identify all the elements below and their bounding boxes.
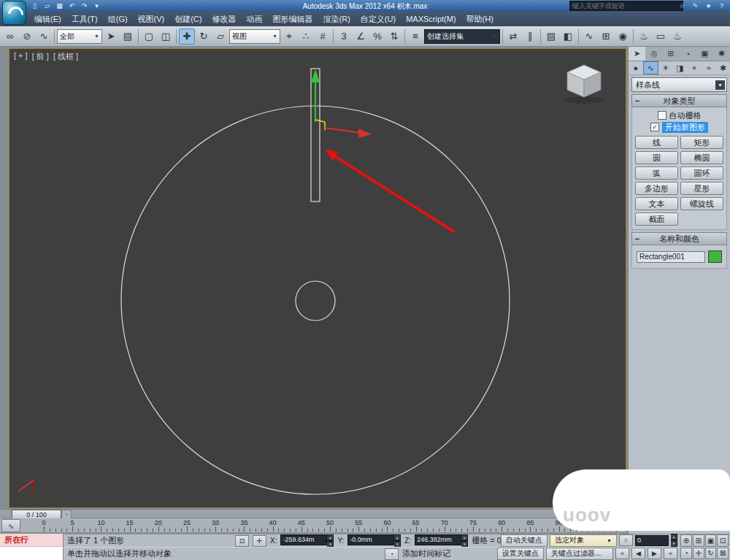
frame-spinner[interactable]: ▴ ▾ [671, 534, 677, 547]
object-type-button[interactable]: 多边形 [635, 182, 678, 195]
category-shapes-icon[interactable]: ∿ [643, 61, 659, 74]
zoom-region-icon[interactable]: ⊡ [717, 534, 729, 547]
redo-icon[interactable]: ↷ [79, 1, 90, 11]
tab-utilities-icon[interactable]: ✱ [713, 47, 730, 61]
menu-item[interactable]: 视图(V) [133, 12, 170, 26]
menu-item[interactable]: 工具(T) [66, 12, 103, 26]
gizmo-x-axis[interactable] [325, 128, 361, 133]
viewport-view-menu[interactable]: [ 前 ] [32, 51, 49, 62]
add-time-tag[interactable]: 添加时间标记 [402, 548, 450, 559]
category-geometry-icon[interactable]: ● [629, 61, 643, 74]
maximize-viewport-icon[interactable]: ⊠ [717, 548, 729, 560]
object-type-button[interactable]: 圆 [635, 151, 678, 164]
object-type-button[interactable]: 星形 [680, 182, 723, 195]
listener-pink-line[interactable]: 所在行 [0, 534, 63, 547]
help-icon[interactable]: ? [716, 1, 727, 11]
material-editor-icon[interactable]: ◉ [615, 28, 631, 45]
zoom-extents-icon[interactable]: ▣ [705, 534, 717, 547]
select-and-manipulate-icon[interactable]: ∴ [298, 28, 314, 45]
zoom-all-icon[interactable]: ⊞ [693, 534, 704, 547]
zoom-icon[interactable]: ⊕ [680, 534, 692, 547]
auto-key-button[interactable]: 自动关键点 [501, 534, 548, 547]
small-circle-shape[interactable] [296, 281, 335, 321]
schematic-view-icon[interactable]: ⊞ [598, 28, 614, 45]
time-slider-track[interactable]: 0 / 100 › [0, 509, 626, 518]
render-setup-icon[interactable]: ♨ [636, 28, 652, 45]
y-coordinate-input[interactable] [347, 534, 394, 545]
named-selection-sets-dropdown[interactable]: 创建选择集 ▼ [424, 29, 500, 44]
save-file-icon[interactable]: ▦ [54, 1, 65, 11]
current-frame-field[interactable] [635, 535, 669, 546]
tab-create-icon[interactable]: ➤ [629, 47, 645, 61]
x-spinner[interactable]: ▴ ▾ [327, 534, 334, 548]
go-to-start-icon[interactable]: « [615, 548, 629, 559]
application-menu-button[interactable] [2, 1, 26, 25]
percent-snap-icon[interactable]: % [369, 28, 385, 45]
z-coordinate-field[interactable]: ▴ ▾ [415, 534, 468, 548]
gizmo-x-arrowhead[interactable] [358, 129, 372, 138]
tab-motion-icon[interactable]: ◔ [680, 47, 696, 61]
snap-toggle-icon[interactable]: 3 [336, 28, 352, 45]
bind-to-space-warp-icon[interactable]: ∿ [36, 28, 52, 45]
menu-item[interactable]: 组(G) [103, 12, 133, 26]
field-of-view-icon[interactable]: ◔ [680, 548, 692, 560]
spinner-up-icon[interactable]: ▴ [394, 534, 401, 541]
use-pivot-point-icon[interactable]: ⌖ [281, 28, 297, 45]
object-type-button[interactable]: 文本 [635, 197, 678, 210]
object-color-swatch[interactable] [708, 250, 722, 263]
new-scene-icon[interactable]: ▯ [29, 1, 40, 11]
curve-editor-icon[interactable]: ∿ [581, 28, 597, 45]
unlink-selection-icon[interactable]: ⊘ [19, 28, 35, 45]
spinner-up-icon[interactable]: ▴ [327, 534, 334, 541]
viewport-front[interactable]: [ + ] [ 前 ] [ 线框 ] [9, 48, 626, 508]
category-lights-icon[interactable]: ☀ [658, 61, 673, 74]
select-and-move-icon[interactable]: ✚ [179, 28, 195, 45]
set-key-icon[interactable]: ○ [619, 534, 633, 546]
shape-category-dropdown[interactable]: 样条线 ▼ [631, 77, 727, 92]
viewport-shading-menu[interactable]: [ 线框 ] [53, 51, 78, 62]
object-type-button[interactable]: 矩形 [680, 136, 723, 149]
angle-snap-icon[interactable]: ∠ [353, 28, 369, 45]
search-input[interactable] [569, 1, 683, 11]
previous-frame-icon[interactable]: ◀ [631, 548, 645, 559]
object-type-button[interactable]: 螺旋线 [680, 197, 723, 210]
orbit-icon[interactable]: ↻ [705, 548, 717, 560]
window-crossing-icon[interactable]: ◫ [158, 28, 174, 45]
selection-set-dropdown[interactable]: 选定对象 ▼ [550, 534, 617, 547]
circle-shape[interactable] [121, 106, 510, 494]
z-coordinate-input[interactable] [415, 534, 461, 545]
viewport-canvas[interactable] [9, 49, 627, 509]
spinner-up-icon[interactable]: ▴ [461, 534, 468, 541]
menu-item[interactable]: 编辑(E) [29, 12, 66, 26]
play-animation-icon[interactable]: ▶ [648, 548, 661, 559]
reference-coordinate-dropdown[interactable]: 视图 ▼ [229, 29, 280, 44]
z-spinner[interactable]: ▴ ▾ [461, 534, 468, 548]
select-by-name-icon[interactable]: ▤ [120, 28, 136, 45]
viewcube[interactable] [564, 65, 604, 104]
x-coordinate-field[interactable]: ▴ ▾ [280, 534, 334, 548]
spinner-down-icon[interactable]: ▾ [671, 540, 677, 547]
object-type-button[interactable]: 圆环 [680, 166, 723, 180]
maxscript-mini-listener[interactable]: 所在行 [0, 534, 64, 560]
community-icon[interactable]: ☆ [677, 1, 688, 11]
spinner-snap-icon[interactable]: ⇅ [386, 28, 402, 45]
object-name-field[interactable] [637, 251, 705, 263]
listener-white-line[interactable] [0, 547, 63, 560]
category-systems-icon[interactable]: ✱ [715, 61, 730, 74]
select-and-scale-icon[interactable]: ▱ [212, 28, 228, 45]
set-keys-button[interactable]: 设置关键点 [497, 548, 544, 560]
selection-filter-dropdown[interactable]: 全部 ▼ [57, 29, 102, 44]
y-spinner[interactable]: ▴ ▾ [394, 534, 401, 548]
keyboard-override-icon[interactable]: # [315, 28, 331, 45]
start-new-shape-checkbox[interactable]: ✓ [650, 123, 659, 131]
viewport-pov-menu[interactable]: [ + ] [14, 51, 28, 62]
selection-lock-icon[interactable]: ⊡ [235, 535, 249, 547]
select-object-icon[interactable]: ➤ [103, 28, 119, 45]
menu-item[interactable]: 动画 [242, 12, 268, 26]
category-cameras-icon[interactable]: ◨ [673, 61, 688, 74]
mini-curve-editor-button[interactable]: ∿ [1, 519, 20, 532]
rendered-frame-window-icon[interactable]: ▭ [653, 28, 669, 45]
undo-icon[interactable]: ↶ [66, 1, 77, 11]
menu-item[interactable]: 自定义(U) [356, 12, 401, 26]
absolute-offset-toggle-icon[interactable]: ✛ [253, 535, 266, 547]
